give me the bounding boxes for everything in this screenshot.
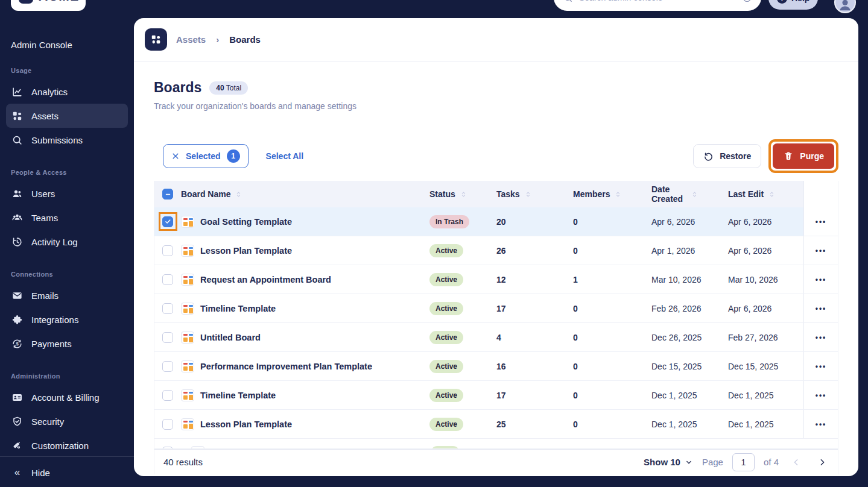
sidebar-item-analytics[interactable]: Analytics	[6, 80, 128, 104]
results-count: 40 results	[163, 457, 203, 467]
row-menu-button[interactable]: •••	[816, 333, 827, 342]
sidebar-item-account-billing[interactable]: Account & Billing	[6, 385, 128, 409]
board-icon	[181, 274, 194, 286]
row-checkbox[interactable]	[162, 274, 173, 285]
row-actions-cell: •••	[803, 236, 838, 265]
status-badge: Active	[429, 389, 463, 402]
page-header: Boards 40 Total Track your organization'…	[154, 80, 838, 111]
sidebar-item-assets[interactable]: Assets	[6, 104, 128, 128]
purge-button[interactable]: Purge	[773, 143, 834, 169]
purge-label: Purge	[800, 151, 824, 161]
restore-label: Restore	[720, 151, 751, 161]
date-created-cell: Dec 26, 2025	[651, 333, 728, 342]
board-name-cell[interactable]: Lesson Plan Template	[181, 418, 429, 430]
sidebar-hide-button[interactable]: « Hide	[6, 460, 128, 485]
board-name-cell[interactable]: Lesson Plan Template	[181, 245, 429, 257]
select-all-button[interactable]: Select All	[266, 151, 304, 161]
puzzle-icon	[11, 314, 23, 325]
row-menu-button[interactable]: •••	[816, 218, 827, 226]
status-badge: Active	[429, 273, 463, 286]
table-header-row: Board NameStatusTasksMembersDate Created…	[154, 181, 838, 207]
members-cell: 0	[573, 217, 651, 227]
members-cell: 0	[573, 419, 651, 429]
row-checkbox[interactable]	[162, 332, 173, 343]
members-cell: 0	[573, 333, 651, 342]
row-menu-button[interactable]: •••	[816, 247, 827, 255]
last-edit-cell: Dec 1, 2025	[728, 391, 803, 400]
column-header-label: Members	[573, 189, 610, 199]
admin-search-bar[interactable]	[554, 0, 761, 11]
sidebar-sections: UsageAnalyticsAssetsSubmissionsPeople & …	[0, 67, 134, 457]
row-checkbox-cell	[154, 207, 181, 236]
members-cell: 0	[573, 362, 651, 371]
sidebar-item-payments[interactable]: Payments	[6, 331, 128, 356]
page-number-input[interactable]	[732, 453, 755, 471]
sidebar-item-teams[interactable]: Teams	[6, 206, 128, 230]
board-name-cell[interactable]: Untitled Board	[181, 331, 429, 344]
table-footer: 40 results Show 10 Page of 4	[154, 449, 838, 474]
column-header-date-created[interactable]: Date Created	[651, 184, 728, 204]
column-header-members[interactable]: Members	[573, 189, 651, 199]
column-header-status[interactable]: Status	[429, 189, 496, 199]
user-avatar[interactable]	[834, 0, 856, 13]
idcard-icon	[11, 392, 23, 403]
next-page-button[interactable]	[814, 456, 831, 468]
page-size-dropdown[interactable]: Show 10	[644, 457, 693, 467]
clear-selection-button[interactable]: Selected 1	[163, 144, 249, 168]
sidebar-item-customization[interactable]: Customization	[6, 433, 128, 457]
row-menu-button[interactable]: •••	[816, 362, 827, 371]
question-circle-icon[interactable]	[742, 0, 752, 3]
breadcrumb-parent[interactable]: Assets	[176, 34, 206, 45]
column-header-board-name[interactable]: Board Name	[181, 189, 429, 199]
row-menu-button[interactable]: •••	[816, 420, 827, 429]
board-name-cell[interactable]: Goal Setting Template	[181, 216, 429, 228]
board-name-cell[interactable]: Timeline Template	[181, 303, 429, 315]
status-badge: In Trash	[429, 215, 469, 228]
row-checkbox[interactable]	[162, 447, 173, 449]
header-actions-cell	[803, 181, 838, 207]
board-name-cell[interactable]: Performance Improvement Plan Template	[181, 360, 429, 372]
row-checkbox[interactable]	[162, 419, 173, 430]
sidebar-item-users[interactable]: Users	[6, 181, 128, 206]
board-icon	[181, 245, 194, 257]
row-checkbox[interactable]	[162, 245, 173, 256]
row-menu-button[interactable]: •••	[816, 391, 827, 400]
board-name-cell[interactable]: Request an Appointment Board	[181, 274, 429, 286]
status-cell: In Trash	[429, 215, 496, 228]
last-edit-cell: Apr 6, 2026	[728, 304, 803, 313]
tasks-cell: 26	[496, 246, 573, 256]
date-created-cell: Apr 6, 2026	[651, 217, 728, 227]
row-checkbox[interactable]	[162, 390, 173, 401]
row-menu-button[interactable]: •••	[816, 275, 827, 284]
row-actions-cell: •••	[803, 352, 838, 380]
members-cell: 0	[573, 391, 651, 400]
person-icon	[837, 0, 853, 12]
row-checkbox[interactable]	[162, 303, 173, 314]
row-menu-button[interactable]: •••	[816, 304, 827, 313]
sidebar-item-integrations[interactable]: Integrations	[6, 307, 128, 331]
sidebar-item-activity-log[interactable]: Activity Log	[6, 230, 128, 254]
board-name-cell[interactable]: Timeline Template	[181, 389, 429, 401]
restore-button[interactable]: Restore	[693, 144, 761, 168]
email-icon	[11, 290, 23, 301]
tasks-cell: 16	[496, 362, 573, 371]
total-count-badge: 40 Total	[209, 81, 248, 95]
assets-grid-icon	[145, 28, 167, 51]
column-header-last-edit[interactable]: Last Edit	[728, 189, 803, 199]
row-checkbox[interactable]	[162, 216, 173, 227]
select-all-checkbox[interactable]	[162, 189, 173, 200]
search-input[interactable]	[579, 0, 736, 2]
sidebar-item-label: Assets	[31, 111, 59, 121]
help-button[interactable]: ? Help	[768, 0, 818, 10]
sidebar-item-label: Submissions	[31, 135, 83, 145]
last-edit-cell: Mar 10, 2026	[728, 275, 803, 284]
sidebar-item-submissions[interactable]: Submissions	[6, 128, 128, 152]
column-header-tasks[interactable]: Tasks	[496, 189, 573, 199]
chevron-right-separator-icon: ›	[216, 34, 219, 45]
previous-page-button[interactable]	[788, 456, 805, 468]
sidebar-item-security[interactable]: Security	[6, 409, 128, 433]
status-cell: Active	[429, 360, 496, 373]
row-checkbox-cell	[154, 323, 181, 351]
row-checkbox[interactable]	[162, 361, 173, 372]
sidebar-item-emails[interactable]: Emails	[6, 283, 128, 307]
